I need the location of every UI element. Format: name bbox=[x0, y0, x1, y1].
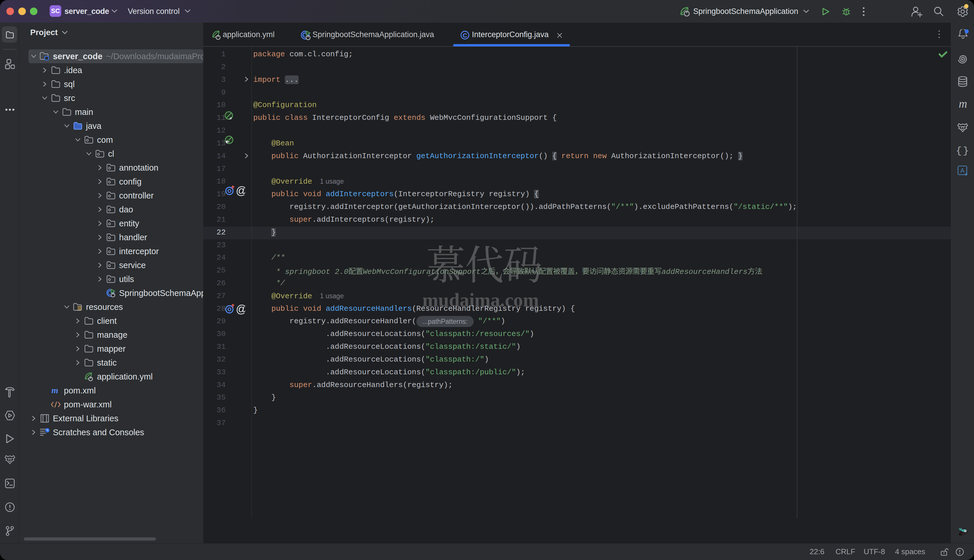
svg-text:m: m bbox=[52, 386, 58, 395]
svg-text:A: A bbox=[961, 167, 965, 174]
svg-text:C: C bbox=[463, 32, 467, 38]
svg-text:@: @ bbox=[236, 185, 245, 196]
svg-text:@: @ bbox=[236, 303, 245, 315]
